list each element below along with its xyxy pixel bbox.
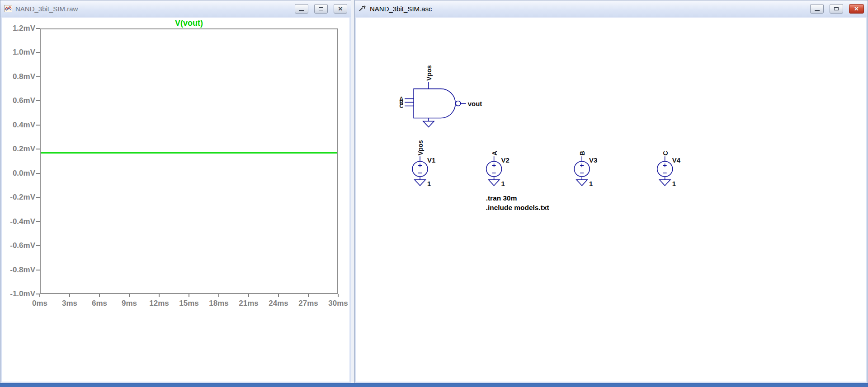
x-tick-label: 21ms: [233, 299, 264, 308]
waveform-window-title: NAND_3bit_SIM.raw: [15, 5, 78, 13]
source-value[interactable]: 1: [672, 180, 676, 187]
minimize-button[interactable]: [810, 4, 824, 14]
minimize-button[interactable]: [295, 4, 308, 14]
inversion-bubble: [456, 101, 461, 106]
plot-title[interactable]: V(vout): [40, 19, 338, 28]
pin-label-c: C: [399, 103, 403, 109]
schematic-drawing: A B C Vpos vout Vpos V1 1: [356, 18, 866, 382]
schematic-window-title: NAND_3bit_SIM.asc: [370, 5, 432, 13]
voltage-source-v3[interactable]: B V3 1: [574, 151, 597, 187]
x-tick-label: 12ms: [143, 299, 175, 308]
y-tick-mark: [36, 270, 40, 270]
y-tick-label: 0.8mV: [2, 72, 35, 81]
x-tick-label: 30ms: [322, 299, 349, 308]
close-button[interactable]: ✕: [334, 4, 347, 14]
net-label[interactable]: A: [491, 151, 498, 155]
voltage-source-v1[interactable]: Vpos V1 1: [412, 140, 435, 187]
net-label-vout[interactable]: vout: [468, 100, 482, 107]
x-tick-label: 18ms: [203, 299, 235, 308]
x-tick-mark: [308, 294, 309, 297]
maximize-button[interactable]: [830, 4, 843, 14]
x-tick-mark: [69, 294, 70, 297]
y-tick-label: 1.0mV: [2, 48, 35, 57]
source-name[interactable]: V3: [589, 156, 597, 164]
maximize-icon: [834, 7, 839, 10]
ground-symbol[interactable]: [660, 180, 670, 186]
x-tick-mark: [159, 294, 160, 297]
x-tick-label: 0ms: [24, 299, 56, 308]
maximize-button[interactable]: [314, 4, 328, 14]
y-tick-mark: [36, 76, 40, 77]
x-tick-mark: [218, 294, 219, 297]
source-name[interactable]: V4: [672, 156, 681, 164]
x-tick-mark: [248, 294, 249, 297]
y-tick-label: -0.4mV: [2, 217, 35, 226]
y-tick-mark: [36, 149, 40, 149]
voltage-source-v4[interactable]: C V4 1: [657, 151, 681, 187]
x-tick-mark: [278, 294, 279, 297]
y-tick-mark: [36, 221, 40, 222]
net-label[interactable]: Vpos: [417, 140, 424, 155]
x-tick-mark: [338, 294, 339, 297]
waveform-pane[interactable]: V(vout) 1.2mV1.0mV0.8mV0.6mV0.4mV0.2mV0.…: [2, 18, 349, 382]
minimize-icon: [299, 10, 304, 11]
source-name[interactable]: V1: [427, 156, 435, 164]
y-tick-mark: [36, 197, 40, 198]
y-tick-label: 0.4mV: [2, 121, 35, 130]
schematic-window: NAND_3bit_SIM.asc ✕ A B C Vpos: [354, 0, 868, 383]
y-tick-mark: [36, 245, 40, 246]
net-label-vpos[interactable]: Vpos: [425, 65, 433, 80]
source-value[interactable]: 1: [427, 180, 431, 187]
voltage-source-v2[interactable]: A V2 1: [486, 151, 509, 187]
y-tick-label: 1.2mV: [2, 24, 35, 33]
window-bottom-border: [0, 383, 868, 387]
x-tick-label: 24ms: [263, 299, 294, 308]
y-tick-label: -0.2mV: [2, 193, 35, 202]
source-name[interactable]: V2: [501, 156, 509, 164]
ground-symbol[interactable]: [415, 180, 425, 186]
x-tick-label: 15ms: [173, 299, 205, 308]
waveform-window: NAND_3bit_SIM.raw ✕ V(vout) 1.2mV1.0mV0.…: [0, 0, 351, 383]
nand-body[interactable]: [414, 89, 455, 118]
trace-vout[interactable]: [41, 152, 337, 154]
y-tick-mark: [36, 52, 40, 53]
x-tick-label: 9ms: [113, 299, 145, 308]
schematic-file-icon: [359, 5, 367, 12]
y-tick-label: -0.8mV: [2, 266, 35, 275]
y-tick-mark: [36, 173, 40, 174]
y-tick-label: -0.6mV: [2, 241, 35, 250]
close-icon: ✕: [854, 6, 859, 12]
x-tick-mark: [99, 294, 100, 297]
y-tick-label: -1.0mV: [2, 289, 35, 298]
y-tick-label: 0.0mV: [2, 169, 35, 178]
y-tick-label: 0.6mV: [2, 96, 35, 105]
maximize-icon: [319, 7, 323, 10]
ground-symbol[interactable]: [423, 121, 434, 127]
source-value[interactable]: 1: [589, 180, 593, 187]
x-tick-mark: [189, 294, 189, 297]
close-icon: ✕: [338, 6, 343, 12]
net-label[interactable]: B: [579, 151, 586, 155]
x-tick-label: 27ms: [292, 299, 324, 308]
ground-symbol[interactable]: [489, 180, 500, 186]
plot-box[interactable]: [40, 28, 338, 294]
x-tick-mark: [129, 294, 130, 297]
y-tick-mark: [36, 100, 40, 101]
source-value[interactable]: 1: [501, 180, 505, 187]
x-tick-mark: [39, 294, 40, 297]
close-button[interactable]: ✕: [849, 4, 864, 14]
ground-symbol[interactable]: [576, 180, 587, 186]
waveform-titlebar[interactable]: NAND_3bit_SIM.raw ✕: [0, 0, 351, 17]
y-tick-mark: [36, 28, 40, 29]
spice-directive-include[interactable]: .include models.txt: [486, 204, 549, 211]
y-tick-label: 0.2mV: [2, 145, 35, 154]
nand-gate[interactable]: A B C Vpos vout: [399, 65, 482, 127]
schematic-canvas[interactable]: A B C Vpos vout Vpos V1 1: [356, 18, 866, 382]
schematic-titlebar[interactable]: NAND_3bit_SIM.asc ✕: [355, 0, 868, 17]
waveform-file-icon: [4, 5, 12, 12]
minimize-icon: [815, 10, 820, 11]
spice-directive-tran[interactable]: .tran 30m: [486, 194, 517, 202]
x-tick-label: 6ms: [84, 299, 115, 308]
x-tick-label: 3ms: [54, 299, 85, 308]
net-label[interactable]: C: [662, 151, 669, 155]
